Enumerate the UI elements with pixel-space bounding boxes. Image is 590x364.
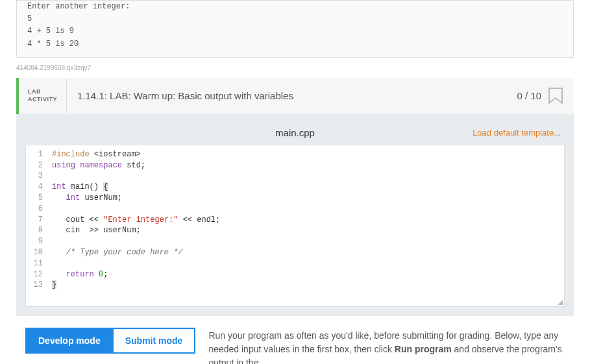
lab-header: LAB ACTIVITY 1.14.1: LAB: Warm up: Basic… [16, 78, 574, 114]
code-content[interactable]: #include <iostream> using namespace std;… [47, 145, 564, 306]
lab-activity-badge: LAB ACTIVITY [19, 78, 67, 114]
line-number: 10 [32, 247, 43, 258]
output-line: 4 * 5 is 20 [27, 38, 563, 51]
resize-handle-icon[interactable] [555, 297, 563, 305]
lab-score: 0 / 10 [510, 90, 548, 101]
output-line: 5 [27, 13, 563, 25]
filename-label: main.cpp [275, 127, 315, 138]
line-number: 11 [32, 258, 43, 269]
line-number: 7 [32, 215, 43, 226]
line-number: 9 [32, 236, 43, 247]
line-number: 4 [32, 182, 43, 193]
line-number: 5 [32, 193, 43, 204]
line-number: 1 [32, 149, 43, 160]
mode-switch-row: Develop mode Submit mode Run your progra… [16, 316, 574, 364]
editor-area: main.cpp Load default template... 1 2 3 … [16, 114, 574, 316]
line-number: 6 [32, 204, 43, 215]
lab-card: LAB ACTIVITY 1.14.1: LAB: Warm up: Basic… [16, 78, 574, 364]
line-number: 3 [32, 171, 43, 182]
badge-line2: ACTIVITY [28, 96, 57, 104]
watermark-id: 414084.2199608.qx3zqy7 [16, 64, 574, 71]
output-line: 4 + 5 is 9 [27, 25, 563, 38]
line-number: 12 [32, 269, 43, 280]
badge-line1: LAB [28, 88, 57, 96]
line-number: 13 [32, 280, 43, 291]
bookmark-icon[interactable] [548, 87, 563, 105]
line-number-gutter: 1 2 3 4 5 6 7 8 9 10 11 12 13 [26, 145, 47, 306]
load-default-template-link[interactable]: Load default template... [473, 128, 561, 138]
submit-mode-button[interactable]: Submit mode [114, 328, 196, 354]
develop-mode-button[interactable]: Develop mode [25, 328, 114, 354]
line-number: 2 [32, 160, 43, 171]
line-number: 8 [32, 225, 43, 236]
mode-description: Run your program as often as you'd like,… [208, 328, 565, 364]
code-editor[interactable]: 1 2 3 4 5 6 7 8 9 10 11 12 13 #include <… [25, 145, 565, 307]
mode-buttons: Develop mode Submit mode [25, 328, 195, 354]
desc-bold: Run program [395, 344, 452, 354]
output-line: Enter another integer: [27, 1, 563, 13]
editor-topbar: main.cpp Load default template... [25, 123, 565, 145]
lab-title: 1.14.1: LAB: Warm up: Basic output with … [67, 90, 510, 101]
program-output-box: Enter another integer: 5 4 + 5 is 9 4 * … [16, 0, 574, 58]
